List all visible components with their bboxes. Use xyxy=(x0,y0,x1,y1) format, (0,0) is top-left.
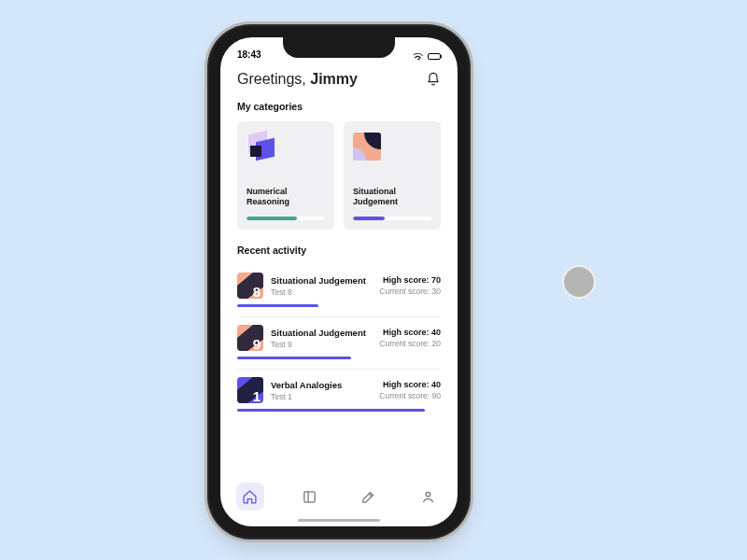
activity-high-score: High score: 40 xyxy=(383,328,441,337)
category-label: Numerical Reasoning xyxy=(247,187,325,208)
header: Greetings, Jimmy xyxy=(237,71,441,88)
activity-current-score: Current score: 20 xyxy=(379,339,441,348)
page-accent-dot xyxy=(562,265,596,299)
category-card-situational[interactable]: Situational Judgement xyxy=(344,121,441,230)
svg-rect-0 xyxy=(304,491,315,501)
categories-row[interactable]: Numerical Reasoning Situational Judgemen… xyxy=(237,121,441,230)
activity-high-score: High score: 70 xyxy=(383,275,441,285)
categories-heading: My categories xyxy=(237,101,441,112)
svg-point-1 xyxy=(426,492,430,497)
activity-title: Situational Judgement xyxy=(271,275,372,286)
activity-badge: 9 xyxy=(237,325,263,351)
category-card-numerical[interactable]: Numerical Reasoning xyxy=(237,121,334,230)
phone-frame: 18:43 Greetings, Jimmy My categories xyxy=(209,26,469,538)
tab-compose[interactable] xyxy=(355,483,383,511)
activity-item[interactable]: 9 Situational Judgement Test 9 High scor… xyxy=(237,317,441,370)
greeting-prefix: Greetings, xyxy=(237,71,310,87)
wifi-icon xyxy=(414,52,424,60)
activity-heading: Recent activity xyxy=(237,245,441,256)
tab-library[interactable] xyxy=(295,483,323,511)
activity-title: Situational Judgement xyxy=(271,328,372,338)
activity-badge: 1 xyxy=(237,377,263,403)
category-progress xyxy=(353,217,431,220)
activity-progress xyxy=(237,304,318,307)
phone-notch xyxy=(283,37,395,58)
activity-list: 8 Situational Judgement Test 8 High scor… xyxy=(237,265,441,421)
category-progress xyxy=(247,217,325,220)
tab-profile[interactable] xyxy=(414,483,442,511)
greeting-name: Jimmy xyxy=(310,71,358,87)
activity-progress xyxy=(237,357,351,359)
category-icon-situational xyxy=(353,133,381,161)
activity-subtitle: Test 9 xyxy=(271,340,372,349)
activity-subtitle: Test 8 xyxy=(271,287,372,297)
activity-current-score: Current score: 90 xyxy=(379,391,441,400)
content-area: Greetings, Jimmy My categories Numerical… xyxy=(220,62,458,476)
category-icon-numerical xyxy=(247,133,275,161)
home-indicator[interactable] xyxy=(298,519,380,522)
phone-screen: 18:43 Greetings, Jimmy My categories xyxy=(220,37,458,526)
status-time: 18:43 xyxy=(237,49,261,60)
status-icons xyxy=(414,52,441,60)
tab-home[interactable] xyxy=(236,483,264,511)
activity-title: Verbal Analogies xyxy=(271,380,372,390)
greeting: Greetings, Jimmy xyxy=(237,71,358,88)
activity-subtitle: Test 1 xyxy=(271,392,372,401)
battery-icon xyxy=(428,53,441,60)
activity-current-score: Current score: 30 xyxy=(379,287,441,296)
activity-progress xyxy=(237,409,425,412)
activity-high-score: High score: 40 xyxy=(383,380,441,389)
activity-item[interactable]: 8 Situational Judgement Test 8 High scor… xyxy=(237,265,441,317)
bell-icon[interactable] xyxy=(426,72,441,87)
activity-item[interactable]: 1 Verbal Analogies Test 1 High score: 40… xyxy=(237,370,441,421)
activity-badge: 8 xyxy=(237,273,263,299)
category-label: Situational Judgement xyxy=(353,187,431,208)
